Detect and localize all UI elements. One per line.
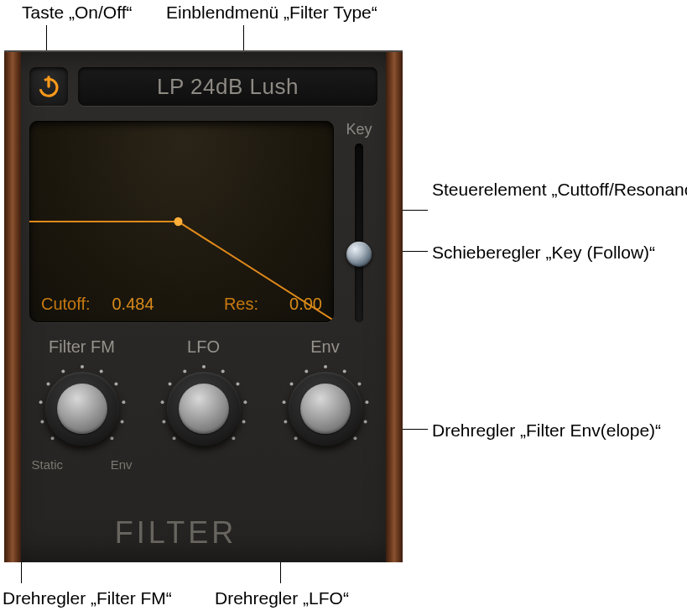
filter-type-value: LP 24dB Lush [157, 74, 299, 100]
fm-sub-right: Env [111, 457, 133, 472]
key-follow-slider[interactable] [355, 144, 363, 322]
key-label: Key [346, 121, 372, 138]
key-column: Key [341, 121, 377, 322]
filter-type-menu[interactable]: LP 24dB Lush [78, 67, 377, 106]
filter-env-knob[interactable] [282, 365, 369, 452]
wood-trim-right [386, 52, 403, 562]
cutoff-resonance-display[interactable]: Cutoff: 0.484 Res: 0.00 [29, 121, 334, 322]
section-title: FILTER [21, 515, 330, 551]
display-wrap: Cutoff: 0.484 Res: 0.00 Key [29, 121, 377, 322]
knob-cap [179, 384, 229, 434]
res-value: 0.00 [263, 295, 322, 314]
filter-curve [29, 121, 334, 322]
svg-point-2 [174, 217, 182, 226]
env-column: Env [273, 337, 377, 505]
callout-filter-menu: Einblendmenü „Filter Type“ [166, 2, 377, 23]
filter-fm-knob[interactable] [39, 365, 126, 452]
wood-trim-left [4, 52, 21, 562]
cutoff-value: 0.484 [96, 295, 154, 314]
knob-cap [300, 384, 351, 434]
filter-panel: LP 24dB Lush Cutoff: 0.484 Res: 0.00 Key [4, 50, 403, 562]
fm-sublabels: Static Env [32, 457, 133, 472]
power-icon [36, 74, 61, 99]
filter-fm-column: Filter FM Static Env [29, 337, 134, 505]
lfo-label: LFO [187, 337, 220, 357]
callout-key-slider: Schieberegler „Key (Follow)“ [432, 242, 655, 264]
knob-row: Filter FM Static Env LFO [29, 337, 377, 505]
callout-env-knob: Drehregler „Filter Env(elope)“ [432, 420, 661, 441]
key-slider-thumb[interactable] [346, 242, 372, 267]
fm-sub-left: Static [32, 457, 64, 472]
env-label: Env [310, 337, 339, 357]
lfo-column: LFO [151, 337, 256, 505]
filter-fm-label: Filter FM [49, 337, 115, 357]
cutoff-label: Cutoff: [41, 295, 91, 314]
callout-lfo-knob: Drehregler „LFO“ [215, 587, 349, 609]
display-readout: Cutoff: 0.484 Res: 0.00 [41, 295, 322, 314]
power-button[interactable] [29, 67, 68, 106]
lfo-knob[interactable] [160, 365, 247, 452]
callout-power: Taste „On/Off“ [22, 2, 133, 23]
panel-inner: LP 24dB Lush Cutoff: 0.484 Res: 0.00 Key [21, 52, 386, 562]
callout-cutoff-resonance: Steuerelement „Cuttoff/Resonance“ [432, 179, 687, 201]
top-row: LP 24dB Lush [29, 67, 377, 106]
knob-cap [57, 384, 107, 434]
callout-fm-knob: Drehregler „Filter FM“ [3, 587, 172, 609]
res-label: Res: [224, 295, 258, 314]
